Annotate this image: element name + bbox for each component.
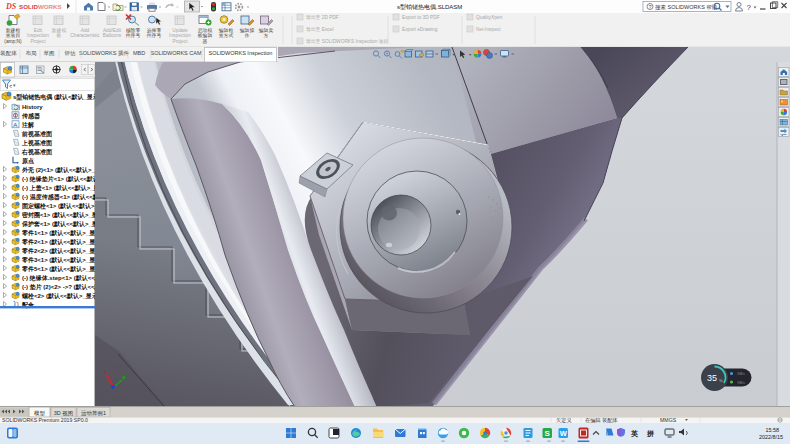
- svg-text:SOLIDWORKS CAM: SOLIDWORKS CAM: [150, 50, 201, 56]
- svg-text:W: W: [560, 429, 568, 438]
- svg-text:导出至 2D PDF: 导出至 2D PDF: [306, 14, 339, 20]
- svg-text:上视基准面: 上视基准面: [21, 139, 53, 147]
- svg-text:保护套<1> (默认<<默认>_显示状: 保护套<1> (默认<<默认>_显示状: [21, 220, 95, 228]
- svg-text:KB/s: KB/s: [738, 372, 745, 376]
- svg-text:查项目: 查项目: [6, 33, 20, 38]
- svg-text:MBD: MBD: [133, 50, 145, 56]
- svg-text:编辑检: 编辑检: [219, 27, 234, 33]
- svg-text:件序号: 件序号: [125, 32, 141, 38]
- svg-text:板: 板: [57, 33, 62, 38]
- svg-text:Net-Inspect: Net-Inspect: [476, 27, 501, 32]
- svg-text:模型: 模型: [34, 410, 46, 416]
- svg-text:零件2<2> (默认<<默认>_显示状: 零件2<2> (默认<<默认>_显示状: [21, 247, 95, 255]
- svg-text:Inspection: Inspection: [169, 33, 191, 38]
- svg-text:3D 视图: 3D 视图: [54, 410, 74, 417]
- svg-text:Update: Update: [172, 28, 188, 33]
- svg-text:(-) 温度传感器<1> (默认<<默认>: (-) 温度传感器<1> (默认<<默认>: [22, 193, 95, 201]
- svg-text:评估: 评估: [65, 50, 77, 57]
- svg-text:零件3<1> (默认<<默认>_显示状: 零件3<1> (默认<<默认>_显示状: [21, 256, 95, 264]
- svg-text:?: ?: [747, 3, 752, 12]
- svg-text:SOLIDWORKS Inspection: SOLIDWORKS Inspection: [209, 50, 273, 56]
- svg-text:外壳 (2)<1> (默认<<默认>_显示状: 外壳 (2)<1> (默认<<默认>_显示状: [22, 166, 95, 174]
- svg-text:导出至 Excel: 导出至 Excel: [306, 26, 333, 32]
- svg-text:前视基准面: 前视基准面: [21, 130, 53, 138]
- svg-text:%: %: [719, 378, 723, 383]
- svg-text:拼: 拼: [646, 430, 654, 438]
- svg-text:(-) 垫片 (2)<2> ->? (默认<<默认: (-) 垫片 (2)<2> ->? (默认<<默认: [22, 283, 95, 291]
- svg-text:件序号: 件序号: [146, 32, 162, 38]
- svg-text:?: ?: [649, 4, 652, 10]
- svg-text:(amp;N): (amp;N): [4, 39, 22, 44]
- svg-text:QualityXpert: QualityXpert: [476, 15, 503, 20]
- svg-text:KB/s: KB/s: [738, 381, 745, 385]
- svg-text:s型铂铑热电偶 (默认<默认_显示状态-1: s型铂铑热电偶 (默认<默认_显示状态-1: [13, 93, 95, 101]
- svg-text:导出至 SOLIDWORKS Inspection 项目: 导出至 SOLIDWORKS Inspection 项目: [306, 38, 388, 44]
- svg-text:SOLIDWORKS: SOLIDWORKS: [19, 3, 62, 10]
- svg-text:Export to 3D PDF: Export to 3D PDF: [402, 15, 440, 20]
- svg-text:英: 英: [630, 430, 638, 438]
- svg-text:s型铂铑热电偶.SLDASM: s型铂铑热电偶.SLDASM: [397, 3, 462, 11]
- svg-text:Balloons: Balloons: [103, 33, 122, 38]
- svg-text:作: 作: [245, 33, 250, 38]
- svg-text:Export eDrawing: Export eDrawing: [402, 27, 438, 32]
- svg-text:2022/8/15: 2022/8/15: [759, 434, 783, 440]
- svg-text:Add: Add: [81, 28, 90, 33]
- svg-text:草图: 草图: [44, 50, 55, 57]
- svg-text:固定螺栓<1> (默认<<默认>_显示: 固定螺栓<1> (默认<<默认>_显示: [22, 202, 95, 210]
- svg-text:传感器: 传感器: [21, 112, 41, 120]
- svg-text:DS: DS: [5, 2, 17, 11]
- svg-text:Project: Project: [173, 39, 189, 44]
- svg-text:查方式: 查方式: [219, 32, 234, 39]
- svg-text:编辑卖: 编辑卖: [259, 28, 274, 33]
- svg-text:零件1<1> (默认<<默认>_显示状: 零件1<1> (默认<<默认>_显示状: [21, 229, 95, 237]
- svg-text:35: 35: [707, 373, 717, 383]
- svg-text:零件5<1> (默认<<默认>_显示状: 零件5<1> (默认<<默认>_显示状: [21, 265, 95, 273]
- svg-text:(-) 上盖<1> (默认<<默认>_显示状: (-) 上盖<1> (默认<<默认>_显示状: [22, 184, 95, 192]
- svg-text:Edit: Edit: [34, 28, 43, 33]
- svg-text:注解: 注解: [21, 121, 34, 129]
- svg-text:方: 方: [264, 32, 269, 39]
- svg-text:(-) 绝缘垫片<1> (默认<<默认>_显: (-) 绝缘垫片<1> (默认<<默认>_显: [22, 175, 95, 183]
- svg-text:零件2<1> (默认<<默认>_显示状: 零件2<1> (默认<<默认>_显示状: [21, 238, 95, 246]
- svg-text:螺栓<2> (默认<<默认>_显示状态: 螺栓<2> (默认<<默认>_显示状态: [21, 292, 95, 300]
- svg-text:板编辑: 板编辑: [198, 33, 213, 38]
- svg-text:布局: 布局: [26, 50, 38, 57]
- svg-text:密封圈<1> (默认<<默认>_显示状: 密封圈<1> (默认<<默认>_显示状: [22, 211, 95, 219]
- svg-text:Inspection: Inspection: [27, 33, 49, 38]
- svg-text:搜索 SOLIDWORKS 帮助: 搜索 SOLIDWORKS 帮助: [655, 4, 718, 11]
- svg-text:Add/Edit: Add/Edit: [103, 28, 122, 33]
- svg-text:Project: Project: [31, 39, 47, 44]
- svg-text:编辑操: 编辑操: [240, 27, 255, 33]
- svg-text:运动算例1: 运动算例1: [81, 410, 106, 417]
- svg-text:Characteristic: Characteristic: [70, 33, 100, 38]
- svg-text:(-) 绝缘体.step<1> (默认<<默认: (-) 绝缘体.step<1> (默认<<默认: [22, 274, 95, 282]
- svg-text:A: A: [13, 122, 17, 128]
- svg-text:装配体: 装配体: [0, 50, 17, 57]
- svg-text:History: History: [22, 104, 43, 110]
- svg-text:原点: 原点: [21, 157, 34, 165]
- svg-text:15:58: 15:58: [766, 427, 780, 433]
- svg-text:右视基准面: 右视基准面: [21, 148, 53, 156]
- svg-text:SOLIDWORKS 插件: SOLIDWORKS 插件: [79, 50, 129, 57]
- svg-text:S: S: [545, 429, 551, 438]
